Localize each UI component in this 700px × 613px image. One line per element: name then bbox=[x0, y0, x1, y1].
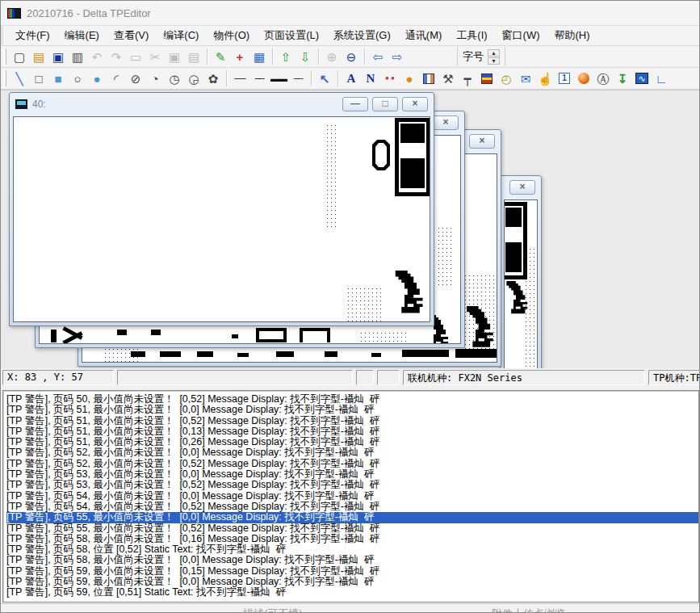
moving-sign-button[interactable]: ● ● bbox=[380, 69, 400, 87]
draw-polygon-button[interactable]: ✿ bbox=[203, 69, 223, 87]
draw-pie-button[interactable]: ◷ bbox=[165, 69, 184, 87]
print-button[interactable]: ▥ bbox=[68, 48, 87, 65]
select-tool-button[interactable]: ↖ bbox=[315, 69, 334, 87]
message-display-button[interactable]: ✉ bbox=[516, 69, 535, 87]
close-button[interactable]: × bbox=[433, 115, 459, 130]
message-row[interactable]: [TP 警告], 页码 51, 最小值尚未设置！ [0,0] Message D… bbox=[6, 405, 698, 415]
draw-filled-pie-button[interactable]: ◶ bbox=[184, 69, 203, 87]
message-row[interactable]: [TP 警告], 页码 59, 最小值尚未设置！ [0,0] Message D… bbox=[6, 577, 698, 587]
font-size-up-button[interactable]: ▲ bbox=[488, 49, 500, 57]
message-row[interactable]: [TP 警告], 页码 58, 位置 [0,52] Static Text: 找… bbox=[6, 544, 698, 555]
xy-axes-button[interactable]: ∟ bbox=[652, 69, 671, 87]
next-page-button[interactable]: ⇨ bbox=[388, 48, 407, 65]
copy-button[interactable]: ▣ bbox=[165, 48, 184, 65]
button-object-button[interactable]: ☝ bbox=[535, 69, 555, 87]
menu-edit[interactable]: 编辑(E) bbox=[57, 26, 107, 45]
message-row[interactable]: [TP 警告], 页码 59, 最小值尚未设置！ [0,15] Message … bbox=[6, 566, 698, 577]
menu-page-setup[interactable]: 页面设置(L) bbox=[257, 26, 326, 45]
message-row[interactable]: [TP 警告], 页码 52, 最小值尚未设置！ [0,52] Message … bbox=[6, 459, 698, 469]
add-page-button[interactable]: + bbox=[230, 48, 249, 65]
draw-rect-button[interactable]: □ bbox=[29, 69, 48, 87]
edit-page-button[interactable]: ✎ bbox=[211, 48, 230, 65]
download-button[interactable]: ⇩ bbox=[296, 48, 315, 65]
message-row[interactable]: [TP 警告], 页码 53, 最小值尚未设置！ [0,52] Message … bbox=[6, 480, 698, 490]
close-button[interactable]: × bbox=[509, 180, 535, 195]
child-window-4-canvas[interactable] bbox=[504, 199, 538, 368]
new-button[interactable]: ▢ bbox=[10, 48, 29, 65]
close-button[interactable]: × bbox=[402, 97, 428, 111]
bar-graph-button[interactable] bbox=[477, 69, 497, 87]
message-row[interactable]: [TP 警告], 页码 59, 位置 [0,51] Static Text: 找… bbox=[6, 587, 698, 598]
font-size-down-button[interactable]: ▼ bbox=[488, 57, 500, 65]
upload-button[interactable]: ⇧ bbox=[276, 48, 296, 65]
draw-filled-chord-button[interactable]: ◔ bbox=[145, 69, 165, 87]
lamp-object-button[interactable] bbox=[574, 69, 593, 87]
line-style-solid-button[interactable]: ── bbox=[230, 69, 249, 87]
menu-communication[interactable]: 通讯(M) bbox=[398, 26, 450, 45]
menu-file[interactable]: 文件(F) bbox=[8, 26, 57, 45]
curve-object-button[interactable]: ∿ bbox=[632, 69, 652, 87]
message-row[interactable]: [TP 警告], 页码 51, 最小值尚未设置！ [0,13] Message … bbox=[6, 426, 698, 437]
draw-ellipse-button[interactable]: ○ bbox=[68, 69, 87, 87]
restore-button[interactable]: □ bbox=[372, 97, 398, 111]
message-row[interactable]: [TP 警告], 页码 51, 最小值尚未设置！ [0,52] Message … bbox=[6, 416, 698, 426]
previous-page-button[interactable]: ⇦ bbox=[368, 48, 388, 65]
message-row[interactable]: [TP 警告], 页码 53, 最小值尚未设置！ [0,0] Message D… bbox=[6, 469, 698, 480]
message-row[interactable]: [TP 警告], 页码 52, 最小值尚未设置！ [0,0] Message D… bbox=[6, 447, 698, 458]
line-style-thick-button[interactable]: ▬▬ bbox=[269, 69, 288, 87]
child-window-40-titlebar[interactable]: 40: — □ × bbox=[10, 93, 434, 115]
minimize-button[interactable]: — bbox=[342, 97, 368, 111]
draw-filled-rect-button[interactable]: ■ bbox=[48, 69, 68, 87]
message-row[interactable]: [TP 警告], 页码 51, 最小值尚未设置！ [0,26] Message … bbox=[6, 437, 698, 447]
child-window-4-titlebar[interactable]: × bbox=[501, 176, 541, 199]
message-row[interactable]: [TP 警告], 页码 54, 最小值尚未设置！ [0,0] Message D… bbox=[6, 491, 698, 502]
line-style-dash-button[interactable]: ╌╌ bbox=[249, 69, 269, 87]
draw-circle-chord-button[interactable]: ⊘ bbox=[126, 69, 145, 87]
message-row[interactable]: [TP 警告], 页码 50, 最小值尚未设置！ [0,52] Message … bbox=[6, 394, 698, 405]
message-row[interactable]: [TP 警告], 页码 54, 最小值尚未设置！ [0,52] Message … bbox=[6, 502, 698, 512]
toolbar-drag-handle[interactable] bbox=[3, 48, 6, 65]
draw-arc-button[interactable]: ◜ bbox=[107, 69, 126, 87]
save-button[interactable]: ▣ bbox=[48, 48, 68, 65]
cut-button[interactable]: ✂ bbox=[145, 48, 165, 65]
calendar-object-button[interactable]: 1 bbox=[555, 69, 574, 87]
close-button[interactable]: × bbox=[469, 134, 495, 149]
meter-object-button[interactable]: ◴ bbox=[497, 69, 516, 87]
menu-window[interactable]: 窗口(W) bbox=[495, 26, 547, 45]
menu-system-setup[interactable]: 系统设置(G) bbox=[326, 26, 398, 45]
line-style-dotted-button[interactable]: ┄┄ bbox=[288, 69, 308, 87]
compile-button[interactable]: ▦ bbox=[249, 48, 269, 65]
numeric-display-button[interactable]: N bbox=[361, 69, 380, 87]
zoom-in-button[interactable]: ⊕ bbox=[322, 48, 342, 65]
menu-help[interactable]: 帮助(H) bbox=[547, 26, 597, 45]
menu-object[interactable]: 物件(O) bbox=[206, 26, 257, 45]
message-row-selected[interactable]: [TP 警告], 页码 55, 最小值尚未设置！ [0,0] Message D… bbox=[6, 512, 698, 523]
undo-button[interactable]: ↶ bbox=[87, 48, 107, 65]
compile-message-list[interactable]: [TP 警告], 页码 50, 最小值尚未设置！ [0,52] Message … bbox=[2, 390, 699, 603]
menu-view[interactable]: 查看(V) bbox=[107, 26, 156, 45]
plc-link-model: 联机机种: FX2N Series bbox=[403, 370, 645, 385]
font-object-button[interactable]: Ⓐ bbox=[593, 69, 613, 87]
message-row[interactable]: [TP 警告], 页码 58, 最小值尚未设置！ [0,16] Message … bbox=[6, 534, 698, 544]
scale-object-button[interactable]: ┯ bbox=[458, 69, 477, 87]
zoom-out-button[interactable]: ⊖ bbox=[342, 48, 361, 65]
machine-object-button[interactable]: ⚒ bbox=[438, 69, 458, 87]
message-row[interactable]: [TP 警告], 页码 55, 最小值尚未设置！ [0,52] Message … bbox=[6, 523, 698, 534]
toolbar-drag-handle[interactable] bbox=[3, 70, 6, 86]
static-text-button[interactable]: A bbox=[342, 69, 361, 87]
draw-line-button[interactable]: ╲ bbox=[10, 69, 29, 87]
child-window-4[interactable]: × bbox=[500, 175, 542, 368]
recipe-download-button[interactable]: ↧ bbox=[613, 69, 632, 87]
image-object-button[interactable] bbox=[419, 69, 438, 87]
menu-compile[interactable]: 编译(C) bbox=[156, 26, 206, 45]
draw-filled-ellipse-button[interactable]: ● bbox=[87, 69, 107, 87]
erase-button[interactable]: ▭ bbox=[126, 48, 145, 65]
numeric-input-button[interactable]: ● bbox=[400, 69, 419, 87]
menu-tools[interactable]: 工具(I) bbox=[449, 26, 494, 45]
open-button[interactable]: ▤ bbox=[29, 48, 48, 65]
page-40-canvas[interactable] bbox=[13, 116, 430, 322]
paste-button[interactable]: ▤ bbox=[184, 48, 203, 65]
redo-button[interactable]: ↷ bbox=[107, 48, 126, 65]
child-window-40[interactable]: 40: — □ × bbox=[9, 92, 434, 326]
message-row[interactable]: [TP 警告], 页码 58, 最小值尚未设置！ [0,0] Message D… bbox=[6, 555, 698, 565]
